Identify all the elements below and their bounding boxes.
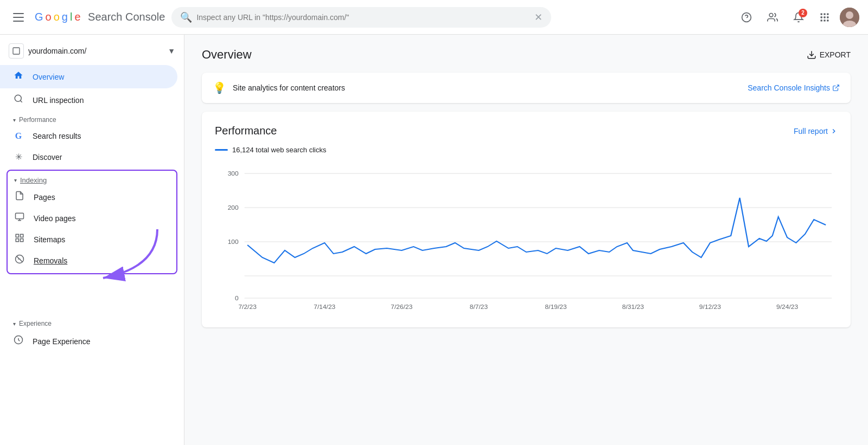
sidebar-item-video-pages[interactable]: Video pages: [8, 208, 176, 229]
insights-link-text: Search Console Insights: [748, 83, 830, 92]
logo-g1: G: [35, 11, 43, 23]
page-title: Overview: [202, 48, 252, 62]
page-experience-label: Page Experience: [33, 337, 91, 346]
search-icon: [13, 94, 24, 106]
svg-rect-7: [824, 16, 825, 18]
sidebar-item-page-experience[interactable]: Page Experience: [0, 330, 177, 353]
svg-text:0: 0: [235, 295, 239, 301]
content-header: Overview EXPORT: [202, 48, 851, 62]
section-arrow-icon: ▾: [13, 117, 16, 123]
svg-rect-15: [13, 48, 20, 54]
logo-e: e: [74, 11, 80, 23]
sidebar-item-removals[interactable]: Removals: [8, 250, 176, 271]
svg-rect-18: [16, 213, 24, 219]
svg-text:9/12/23: 9/12/23: [699, 304, 721, 309]
sitemaps-label: Sitemaps: [34, 235, 65, 244]
external-link-icon: [832, 84, 840, 92]
svg-point-2: [769, 13, 773, 17]
svg-line-17: [20, 100, 22, 102]
search-console-insights-link[interactable]: Search Console Insights: [748, 83, 840, 92]
menu-button[interactable]: [9, 9, 28, 26]
logo-l: l: [70, 11, 72, 23]
full-report-link[interactable]: Full report: [794, 127, 838, 136]
topbar: Google Search Console 🔍 ✕ 2: [0, 0, 868, 35]
sitemaps-icon: [14, 233, 25, 246]
export-icon: [807, 50, 816, 60]
chevron-down-icon: ▼: [168, 47, 175, 55]
indexing-section: ▾ Indexing Pages Video pages: [7, 170, 177, 274]
account-button[interactable]: [762, 7, 783, 28]
main-content: Overview EXPORT 💡 Site analytics for con…: [184, 35, 868, 445]
svg-rect-24: [16, 239, 18, 242]
svg-rect-10: [824, 20, 825, 21]
svg-rect-4: [824, 13, 825, 15]
svg-point-13: [846, 11, 853, 19]
page-experience-icon: [13, 335, 24, 347]
sidebar-item-discover[interactable]: ✳ Discover: [0, 146, 177, 167]
chart-svg: 300 200 100 0 7/2/23 7/14/23 7/26/23 8/7…: [215, 163, 838, 314]
logo-o1: o: [46, 11, 52, 23]
domain-selector[interactable]: yourdomain.com/ ▼: [0, 39, 184, 65]
sidebar-item-url-inspection[interactable]: URL inspection: [0, 88, 177, 112]
sidebar-item-overview[interactable]: Overview: [0, 65, 177, 88]
domain-name: yourdomain.com/: [28, 47, 163, 55]
experience-section-label: Experience: [19, 320, 52, 327]
svg-point-16: [15, 95, 21, 101]
avatar[interactable]: [840, 8, 859, 27]
pages-icon: [14, 191, 25, 203]
video-pages-icon: [14, 212, 25, 224]
svg-text:200: 200: [228, 204, 239, 210]
google-g-icon: G: [13, 131, 24, 141]
help-button[interactable]: [736, 7, 757, 28]
export-label: EXPORT: [820, 50, 851, 59]
section-arrow-icon: ▾: [14, 177, 17, 183]
export-button[interactable]: EXPORT: [807, 50, 851, 60]
svg-rect-3: [821, 13, 822, 15]
svg-line-31: [835, 85, 839, 88]
svg-rect-11: [827, 20, 828, 21]
svg-rect-21: [16, 234, 18, 237]
discover-label: Discover: [33, 153, 62, 162]
search-results-label: Search results: [33, 132, 81, 140]
chart-legend: 16,124 total web search clicks: [215, 146, 838, 154]
legend-text: 16,124 total web search clicks: [232, 146, 326, 154]
svg-text:8/31/23: 8/31/23: [622, 304, 644, 309]
discover-icon: ✳: [13, 152, 24, 162]
performance-card-title: Performance: [215, 125, 277, 137]
svg-rect-6: [821, 16, 822, 18]
url-search-input[interactable]: [196, 13, 530, 22]
logo-product: Search Console: [88, 11, 165, 23]
svg-rect-9: [821, 20, 822, 21]
apps-button[interactable]: [814, 7, 835, 28]
svg-rect-22: [21, 234, 23, 237]
sidebar-item-pages[interactable]: Pages: [8, 186, 176, 208]
indexing-label: Indexing: [20, 176, 47, 184]
svg-rect-23: [21, 239, 23, 242]
sidebar-item-search-results[interactable]: G Search results: [0, 126, 177, 146]
performance-card-header: Performance Full report: [215, 125, 838, 137]
sidebar-item-sitemaps[interactable]: Sitemaps: [8, 229, 176, 250]
video-pages-label: Video pages: [34, 214, 76, 223]
clear-icon[interactable]: ✕: [534, 11, 542, 23]
removals-icon: [14, 254, 25, 267]
experience-section-header[interactable]: ▾ Experience: [0, 318, 184, 330]
logo-g2: g: [62, 11, 68, 23]
svg-text:7/2/23: 7/2/23: [238, 304, 256, 309]
home-icon: [13, 70, 24, 83]
performance-section-label: Performance: [19, 116, 56, 124]
domain-icon: [9, 43, 24, 59]
notification-button[interactable]: 2: [788, 7, 809, 28]
chevron-right-icon: [830, 127, 838, 135]
removals-label: Removals: [34, 256, 67, 265]
svg-text:8/19/23: 8/19/23: [545, 304, 567, 309]
url-search-bar[interactable]: 🔍 ✕: [171, 7, 551, 28]
logo-o2: o: [54, 11, 60, 23]
indexing-section-header[interactable]: ▾ Indexing: [8, 173, 176, 186]
performance-section-header[interactable]: ▾ Performance: [0, 112, 184, 126]
svg-text:7/14/23: 7/14/23: [314, 304, 335, 309]
svg-text:9/24/23: 9/24/23: [776, 304, 798, 309]
info-banner-left: 💡 Site analytics for content creators: [213, 81, 345, 94]
performance-chart: 300 200 100 0 7/2/23 7/14/23 7/26/23 8/7…: [215, 163, 838, 314]
svg-text:300: 300: [228, 170, 239, 176]
banner-text: Site analytics for content creators: [233, 83, 345, 92]
